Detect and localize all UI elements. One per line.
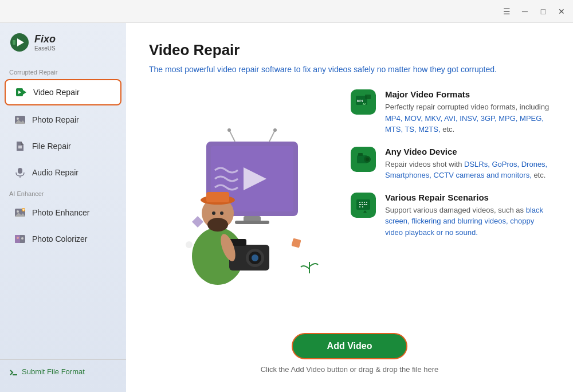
feature-content-repair-scenarios: Various Repair Scenarios Support various…: [385, 193, 550, 238]
svg-rect-11: [18, 168, 22, 174]
svg-point-30: [273, 128, 277, 132]
sidebar-item-file-repair-label: File Repair: [32, 142, 71, 151]
feature-any-device: Any Video Device Repair videos shot with…: [351, 147, 550, 181]
audio-repair-icon: [14, 166, 26, 179]
svg-rect-20: [15, 235, 20, 243]
minimize-icon: ─: [522, 7, 528, 16]
feature-desc-repair-scenarios: Support various damaged videos, such as …: [385, 205, 550, 238]
submit-file-format-label: Submit File Format: [22, 367, 85, 376]
feature-desc-major-formats: Perfectly repair corrupted video formats…: [385, 101, 550, 135]
svg-rect-2: [13, 40, 15, 45]
drag-drop-hint: Click the Add Video button or drag & dro…: [261, 365, 439, 374]
video-repair-illustration: [155, 124, 327, 285]
minimize-button[interactable]: ─: [520, 7, 529, 16]
page-title: Video Repair: [149, 41, 550, 59]
svg-rect-57: [358, 153, 363, 156]
sidebar-item-video-repair-label: Video Repair: [33, 88, 80, 97]
bottom-area: Add Video Click the Add Video button or …: [149, 333, 550, 374]
sidebar-item-audio-repair-label: Audio Repair: [32, 168, 79, 177]
sidebar-item-photo-repair-label: Photo Repair: [32, 115, 79, 124]
svg-rect-36: [206, 192, 229, 202]
features-area: MP4 AVI Major Video Formats Perfectly re…: [351, 89, 550, 319]
sidebar-item-file-repair[interactable]: File Repair: [5, 134, 121, 158]
illustration-area: [149, 89, 332, 319]
svg-point-29: [227, 128, 231, 132]
sidebar-item-photo-repair[interactable]: Photo Repair: [5, 108, 121, 132]
feature-icon-any-device: [351, 147, 376, 172]
svg-point-37: [207, 218, 228, 232]
svg-point-38: [212, 211, 215, 215]
logo-sub: EaseUS: [34, 45, 56, 52]
logo-text: Fixo EaseUS: [34, 33, 56, 52]
content-area: MP4 AVI Major Video Formats Perfectly re…: [149, 89, 550, 319]
feature-title-any-device: Any Video Device: [385, 147, 550, 156]
svg-rect-47: [291, 238, 301, 248]
section-corrupted-label: Corrupted Repair: [0, 64, 126, 78]
sidebar-item-video-repair[interactable]: Video Repair: [5, 79, 121, 105]
video-repair-icon: [15, 86, 28, 99]
svg-line-27: [229, 130, 235, 142]
svg-rect-32: [235, 221, 269, 224]
feature-content-major-formats: Major Video Formats Perfectly repair cor…: [385, 89, 550, 135]
submit-icon: [9, 367, 18, 376]
sidebar-item-photo-colorizer[interactable]: Photo Colorizer: [5, 227, 121, 251]
submit-file-format-link[interactable]: Submit File Format: [0, 359, 126, 383]
main-content: Video Repair The most powerful video rep…: [126, 23, 573, 392]
title-bar: ☰ ─ □ ✕: [0, 0, 573, 23]
section-ai-label: AI Enhancer: [0, 186, 126, 199]
svg-marker-46: [192, 216, 203, 228]
svg-point-43: [252, 254, 258, 261]
feature-icon-repair-scenarios: [351, 193, 376, 218]
feature-desc-any-device: Repair videos shot with DSLRs, GoPros, D…: [385, 159, 550, 181]
logo-title: Fixo: [34, 33, 56, 45]
feature-content-any-device: Any Video Device Repair videos shot with…: [385, 147, 550, 181]
sidebar-item-photo-enhancer-label: Photo Enhancer: [32, 208, 89, 217]
svg-line-28: [269, 130, 275, 142]
svg-text:AVI: AVI: [363, 103, 366, 105]
feature-title-repair-scenarios: Various Repair Scenarios: [385, 193, 550, 202]
feature-icon-major-formats: MP4 AVI: [351, 89, 376, 115]
feature-major-formats: MP4 AVI Major Video Formats Perfectly re…: [351, 89, 550, 135]
feature-title-major-formats: Major Video Formats: [385, 89, 550, 99]
file-repair-icon: [14, 140, 26, 152]
sidebar-item-photo-colorizer-label: Photo Colorizer: [32, 234, 88, 244]
svg-text:MP4: MP4: [357, 99, 363, 103]
photo-enhancer-icon: [14, 206, 26, 219]
svg-point-56: [366, 158, 369, 161]
app-body: Fixo EaseUS Corrupted Repair Video Repai…: [0, 23, 573, 392]
feature-repair-scenarios: Various Repair Scenarios Support various…: [351, 193, 550, 238]
page-subtitle: The most powerful video repair software …: [149, 64, 550, 76]
sidebar-item-audio-repair[interactable]: Audio Repair: [5, 160, 121, 185]
sidebar-item-photo-enhancer[interactable]: Photo Enhancer: [5, 201, 121, 225]
menu-icon: ☰: [503, 7, 511, 16]
logo-icon: [9, 32, 30, 53]
svg-point-22: [21, 237, 23, 240]
svg-point-48: [186, 241, 193, 248]
svg-marker-4: [23, 90, 26, 95]
svg-point-39: [220, 211, 223, 215]
maximize-button[interactable]: □: [539, 7, 548, 16]
svg-rect-53: [365, 95, 371, 99]
svg-point-21: [17, 237, 19, 239]
svg-point-7: [17, 117, 19, 120]
add-video-button[interactable]: Add Video: [292, 333, 408, 359]
sidebar: Fixo EaseUS Corrupted Repair Video Repai…: [0, 23, 126, 392]
svg-point-14: [17, 210, 19, 213]
close-button[interactable]: ✕: [557, 7, 566, 16]
close-icon: ✕: [558, 7, 565, 16]
photo-colorizer-icon: [14, 233, 26, 245]
menu-button[interactable]: ☰: [502, 7, 511, 16]
logo-area: Fixo EaseUS: [0, 32, 126, 64]
photo-repair-icon: [14, 113, 26, 126]
maximize-icon: □: [541, 7, 545, 16]
